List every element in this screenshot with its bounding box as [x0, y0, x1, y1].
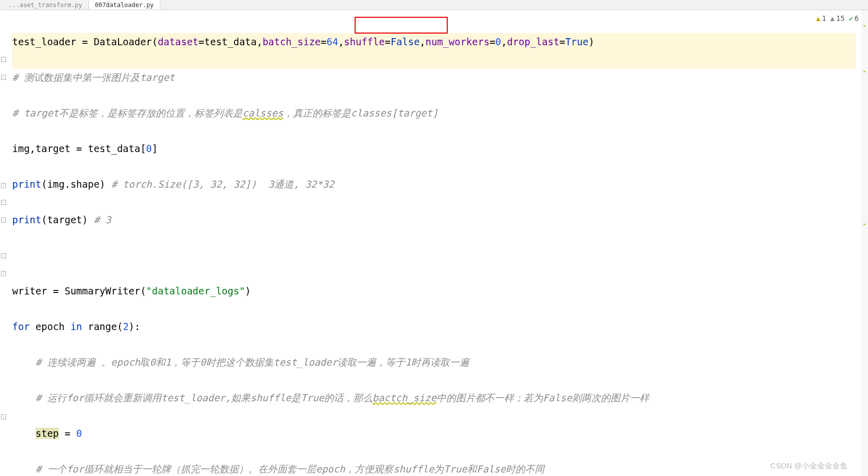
editor-tabs: ...aset_transform.py 007dataloader.py [0, 0, 868, 10]
code-line-4[interactable]: # target不是标签，是标签存放的位置，标签列表是calsses，真正的标签… [12, 104, 868, 122]
fold-icon[interactable]: - [1, 253, 6, 258]
code-line-7[interactable]: print(target) # 3 [12, 211, 868, 229]
editor-scrollbar[interactable] [861, 10, 868, 476]
tab-file-2[interactable]: 007dataloader.py [89, 0, 161, 10]
fold-icon[interactable]: - [1, 57, 6, 62]
code-line-3[interactable]: # 测试数据集中第一张图片及target [12, 69, 868, 86]
code-line-14[interactable]: # 一个for循环就相当于一轮牌（抓完一轮数据）。在外面套一层epoch，方便观… [12, 460, 868, 476]
code-line-6[interactable]: print(img.shape) # torch.Size([3, 32, 32… [12, 175, 868, 193]
code-editor[interactable]: test_loader = DataLoader(dataset=test_da… [0, 10, 868, 476]
fold-icon[interactable]: - [1, 75, 6, 80]
code-line-11[interactable]: # 连续读两遍 。epoch取0和1，等于0时把这个数据集test_loader… [12, 353, 868, 371]
code-line-blank[interactable] [12, 51, 856, 69]
fold-icon[interactable]: - [1, 414, 6, 420]
fold-icon[interactable]: - [1, 218, 6, 223]
code-line-9[interactable]: writer = SummaryWriter("dataloader_logs"… [12, 282, 868, 300]
fold-icon[interactable]: - [1, 183, 6, 188]
code-line-13[interactable]: step = 0 [12, 425, 868, 442]
scrollbar-marker [863, 25, 865, 26]
code-line-12[interactable]: # 运行for循环就会重新调用test_loader,如果shuffle是Tru… [12, 389, 868, 407]
code-line-5[interactable]: img,target = test_data[0] [12, 140, 868, 158]
watermark-text: CSDN @小金金金金鱼 [770, 461, 848, 471]
code-line-10[interactable]: for epoch in range(2): [12, 318, 868, 336]
annotation-red-box [355, 17, 448, 34]
highlighted-variable: step [36, 428, 59, 439]
fold-icon[interactable]: - [1, 271, 6, 276]
code-line-1[interactable]: test_loader = DataLoader(dataset=test_da… [12, 33, 856, 51]
fold-icon[interactable]: - [1, 200, 6, 205]
code-line-8[interactable] [12, 247, 868, 264]
tab-file-1[interactable]: ...aset_transform.py [3, 0, 89, 10]
scrollbar-marker [863, 224, 865, 225]
editor-gutter: - - - - - - - - [0, 15, 8, 193]
scrollbar-marker [863, 71, 865, 72]
